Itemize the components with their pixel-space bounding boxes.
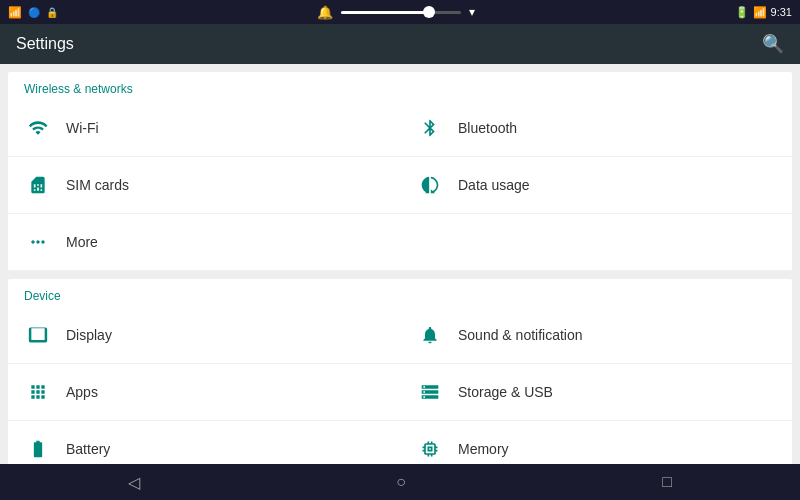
wifi-status-icon: 📶 bbox=[8, 6, 22, 19]
time-display: 9:31 bbox=[771, 6, 792, 18]
settings-item-display[interactable]: Display bbox=[8, 307, 400, 364]
data-usage-label: Data usage bbox=[458, 177, 530, 193]
wireless-section-header: Wireless & networks bbox=[8, 72, 792, 100]
settings-content: Wireless & networks Wi-Fi Bluetooth SIM … bbox=[0, 64, 800, 464]
bt-status-icon: 🔵 bbox=[28, 7, 40, 18]
storage-icon bbox=[416, 378, 444, 406]
settings-item-wifi[interactable]: Wi-Fi bbox=[8, 100, 400, 157]
memory-label: Memory bbox=[458, 441, 509, 457]
device-section-header: Device bbox=[8, 279, 792, 307]
sound-label: Sound & notification bbox=[458, 327, 583, 343]
status-right-icons: 🔋 📶 9:31 bbox=[735, 6, 792, 19]
settings-item-bluetooth[interactable]: Bluetooth bbox=[400, 100, 792, 157]
wireless-grid: Wi-Fi Bluetooth SIM cards Data usage bbox=[8, 100, 792, 214]
device-grid: Display Sound & notification Apps Storag… bbox=[8, 307, 792, 464]
bluetooth-label: Bluetooth bbox=[458, 120, 517, 136]
display-icon bbox=[24, 321, 52, 349]
bottom-navigation: ◁ ○ □ bbox=[0, 464, 800, 500]
sim-icon bbox=[24, 171, 52, 199]
more-label: More bbox=[66, 234, 98, 250]
recents-button[interactable]: □ bbox=[642, 469, 692, 495]
settings-item-memory[interactable]: Memory bbox=[400, 421, 792, 464]
dropdown-icon[interactable]: ▾ bbox=[469, 5, 475, 19]
sound-icon bbox=[416, 321, 444, 349]
wifi-icon bbox=[24, 114, 52, 142]
settings-item-apps[interactable]: Apps bbox=[8, 364, 400, 421]
settings-item-sim[interactable]: SIM cards bbox=[8, 157, 400, 214]
back-button[interactable]: ◁ bbox=[108, 469, 160, 496]
home-button[interactable]: ○ bbox=[376, 469, 426, 495]
settings-item-data-usage[interactable]: Data usage bbox=[400, 157, 792, 214]
bluetooth-icon bbox=[416, 114, 444, 142]
settings-item-more[interactable]: More bbox=[8, 214, 792, 271]
settings-item-sound[interactable]: Sound & notification bbox=[400, 307, 792, 364]
status-center: 🔔 ▾ bbox=[317, 5, 475, 20]
status-bar: 📶 🔵 🔒 🔔 ▾ 🔋 📶 9:31 bbox=[0, 0, 800, 24]
apps-label: Apps bbox=[66, 384, 98, 400]
battery-icon: 🔋 bbox=[735, 6, 749, 19]
signal-icon: 📶 bbox=[753, 6, 767, 19]
more-icon bbox=[24, 228, 52, 256]
lock-status-icon: 🔒 bbox=[46, 7, 58, 18]
storage-label: Storage & USB bbox=[458, 384, 553, 400]
battery-settings-icon bbox=[24, 435, 52, 463]
settings-item-battery[interactable]: Battery bbox=[8, 421, 400, 464]
memory-icon bbox=[416, 435, 444, 463]
display-label: Display bbox=[66, 327, 112, 343]
device-card: Device Display Sound & notification Apps bbox=[8, 279, 792, 464]
battery-label: Battery bbox=[66, 441, 110, 457]
settings-item-storage[interactable]: Storage & USB bbox=[400, 364, 792, 421]
app-bar: Settings 🔍 bbox=[0, 24, 800, 64]
data-usage-icon bbox=[416, 171, 444, 199]
status-left-icons: 📶 🔵 🔒 bbox=[8, 6, 58, 19]
notification-bell-icon: 🔔 bbox=[317, 5, 333, 20]
search-icon[interactable]: 🔍 bbox=[762, 33, 784, 55]
sim-label: SIM cards bbox=[66, 177, 129, 193]
wireless-networks-card: Wireless & networks Wi-Fi Bluetooth SIM … bbox=[8, 72, 792, 271]
page-title: Settings bbox=[16, 35, 74, 53]
apps-icon bbox=[24, 378, 52, 406]
volume-slider[interactable] bbox=[341, 11, 461, 14]
wifi-label: Wi-Fi bbox=[66, 120, 99, 136]
